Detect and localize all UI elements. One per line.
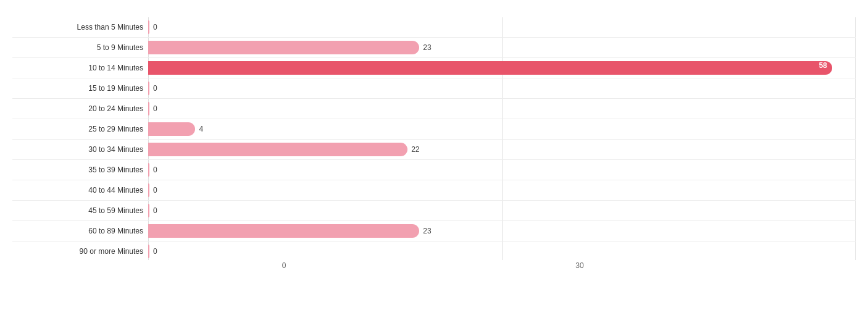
row-label: 60 to 89 Minutes xyxy=(12,227,148,235)
row-label: 15 to 19 Minutes xyxy=(12,84,148,93)
bar-track: 23 xyxy=(148,224,856,238)
bar-fill xyxy=(148,82,149,95)
row-label: 90 or more Minutes xyxy=(12,247,148,256)
row-label: 5 to 9 Minutes xyxy=(12,43,148,52)
bar-value: 0 xyxy=(153,206,157,215)
bar-value: 0 xyxy=(153,84,157,93)
bar-value: 23 xyxy=(423,227,431,235)
bar-value: 0 xyxy=(153,166,157,174)
chart-container: Less than 5 Minutes05 to 9 Minutes2310 t… xyxy=(0,0,868,323)
bar-row: 90 or more Minutes0 xyxy=(12,241,856,261)
bar-area: 0 xyxy=(148,180,856,200)
bar-track: 22 xyxy=(148,143,856,156)
bar-fill xyxy=(148,41,419,54)
bar-value: 0 xyxy=(153,186,157,195)
bar-row: 20 to 24 Minutes0 xyxy=(12,99,856,119)
bar-fill xyxy=(148,163,149,177)
row-label: 30 to 34 Minutes xyxy=(12,145,148,154)
row-label: 10 to 14 Minutes xyxy=(12,64,148,72)
bar-area: 0 xyxy=(148,99,856,119)
bar-track: 0 xyxy=(148,183,856,197)
bar-track: 0 xyxy=(148,102,856,115)
bar-row: 60 to 89 Minutes23 xyxy=(12,221,856,241)
bar-fill xyxy=(148,183,149,197)
row-label: 20 to 24 Minutes xyxy=(12,104,148,113)
bar-area: 58 xyxy=(148,58,856,78)
x-axis-label: 0 xyxy=(282,261,286,270)
bar-value: 22 xyxy=(411,145,419,154)
bar-value: 58 xyxy=(819,61,827,70)
x-axis-label: 30 xyxy=(575,261,583,270)
row-label: 40 to 44 Minutes xyxy=(12,186,148,195)
bar-row: 45 to 59 Minutes0 xyxy=(12,201,856,221)
bar-area: 0 xyxy=(148,78,856,98)
x-axis: 03060 xyxy=(284,261,856,274)
bar-fill xyxy=(148,122,195,136)
bar-track: 0 xyxy=(148,204,856,217)
row-label: 25 to 29 Minutes xyxy=(12,125,148,133)
bar-fill xyxy=(148,224,419,238)
bar-row: 5 to 9 Minutes23 xyxy=(12,38,856,58)
bar-track: 0 xyxy=(148,163,856,177)
chart-body: Less than 5 Minutes05 to 9 Minutes2310 t… xyxy=(12,17,856,274)
bar-fill: 58 xyxy=(148,61,832,75)
bar-row: 25 to 29 Minutes4 xyxy=(12,119,856,140)
bar-value: 0 xyxy=(153,23,157,31)
bar-area: 4 xyxy=(148,119,856,139)
rows-area: Less than 5 Minutes05 to 9 Minutes2310 t… xyxy=(12,17,856,261)
bar-fill xyxy=(148,245,149,258)
bar-fill xyxy=(148,143,407,156)
row-label: Less than 5 Minutes xyxy=(12,23,148,31)
bar-row: Less than 5 Minutes0 xyxy=(12,17,856,38)
row-label: 45 to 59 Minutes xyxy=(12,206,148,215)
bar-row: 35 to 39 Minutes0 xyxy=(12,160,856,180)
bar-area: 23 xyxy=(148,221,856,241)
bar-area: 23 xyxy=(148,38,856,57)
bar-area: 0 xyxy=(148,17,856,37)
bar-track: 0 xyxy=(148,82,856,95)
bar-fill xyxy=(148,102,149,115)
bar-track: 23 xyxy=(148,41,856,54)
bar-fill xyxy=(148,20,149,34)
bar-track: 0 xyxy=(148,20,856,34)
bar-row: 15 to 19 Minutes0 xyxy=(12,78,856,99)
bar-row: 10 to 14 Minutes58 xyxy=(12,58,856,78)
bar-track: 58 xyxy=(148,61,856,75)
bar-area: 0 xyxy=(148,241,856,261)
bar-area: 0 xyxy=(148,201,856,220)
bar-value: 0 xyxy=(153,104,157,113)
bar-value: 23 xyxy=(423,43,431,52)
bar-row: 40 to 44 Minutes0 xyxy=(12,180,856,201)
bar-area: 22 xyxy=(148,140,856,159)
row-label: 35 to 39 Minutes xyxy=(12,166,148,174)
bar-row: 30 to 34 Minutes22 xyxy=(12,140,856,160)
bar-track: 4 xyxy=(148,122,856,136)
bar-value: 4 xyxy=(199,125,203,133)
bar-track: 0 xyxy=(148,245,856,258)
bar-area: 0 xyxy=(148,160,856,180)
bar-value: 0 xyxy=(153,247,157,256)
bar-fill xyxy=(148,204,149,217)
